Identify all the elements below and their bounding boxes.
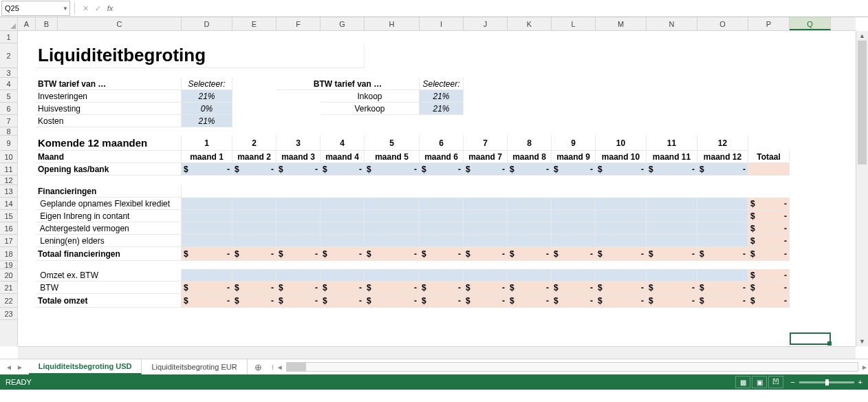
sheet-tab-eur[interactable]: Liquiditeitsbegroting EUR [142,359,247,374]
month-num-0[interactable]: 1 [182,136,232,151]
tab-navigation[interactable]: ◄ ► [0,359,29,374]
row-header-7[interactable]: 7 [0,115,17,127]
omzet-H[interactable] [365,269,420,282]
row-header-10[interactable]: 10 [0,151,17,163]
fin-0-G[interactable] [321,198,365,210]
omzet-D[interactable] [182,269,232,282]
col-header-N[interactable]: N [647,17,697,30]
row-header-3[interactable]: 3 [0,68,17,78]
totfin-F[interactable]: $- [276,247,321,261]
cells-area[interactable]: LiquiditeitbegrotingBTW tarief van …Sele… [18,31,856,346]
fin-3-D[interactable] [182,235,232,247]
month-num-10[interactable]: 11 [647,136,697,151]
view-page-break-icon[interactable]: 凹 [768,376,783,388]
fin-2-L[interactable] [552,222,596,235]
totfin-N[interactable]: $- [647,247,697,261]
fin-2-O[interactable] [697,222,748,235]
fin-3-O[interactable] [697,235,748,247]
totomzet-total[interactable]: $- [748,294,790,308]
totomzet-D[interactable]: $- [182,294,232,308]
fin-row-1[interactable]: Eigen Inbreng in contant [36,210,182,222]
btw-N[interactable]: $- [647,282,697,294]
selecteer-left[interactable]: Selecteer: [182,78,232,90]
omzet-total[interactable]: $- [748,269,790,282]
fin-row-2[interactable]: Achtergesteld vermogen [36,222,182,235]
totomzet-I[interactable]: $- [420,294,464,308]
vertical-scrollbar[interactable]: ▲ ▼ [856,31,868,346]
col-header-E[interactable]: E [232,17,276,30]
opening-7[interactable]: $- [508,163,552,176]
totfin-total[interactable]: $- [748,247,790,261]
row-header-12[interactable]: 12 [0,176,17,185]
fin-1-E[interactable] [232,210,276,222]
row-header-5[interactable]: 5 [0,90,17,103]
maand-col-10[interactable]: maand 11 [647,151,697,163]
maand-col-1[interactable]: maand 2 [232,151,276,163]
fin-1-I[interactable] [420,210,464,222]
zoom-out-icon[interactable]: − [790,378,794,386]
omzet-J[interactable] [464,269,508,282]
col-header-P[interactable]: P [748,17,790,30]
col-header-O[interactable]: O [697,17,748,30]
btw-right-label-1[interactable]: Verkoop [321,103,420,115]
zoom-control[interactable]: − + [790,378,862,386]
select-all-corner[interactable] [0,17,18,31]
opening-label[interactable]: Opening kas/bank [36,163,182,176]
fin-3-F[interactable] [276,235,321,247]
row-header-2[interactable]: 2 [0,43,17,68]
omzet-G[interactable] [321,269,365,282]
fx-icon[interactable]: fx [104,4,116,12]
btw-D[interactable]: $- [182,282,232,294]
month-num-7[interactable]: 8 [508,136,552,151]
row-header-9[interactable]: 9 [0,136,17,151]
totfin-H[interactable]: $- [365,247,420,261]
opening-6[interactable]: $- [464,163,508,176]
vscroll-thumb[interactable] [858,41,867,165]
fin-3-I[interactable] [420,235,464,247]
omzet-L[interactable] [552,269,596,282]
totaal-fin-label[interactable]: Totaal financieringen [36,247,182,261]
btw-right-val-1[interactable]: 21% [420,103,464,115]
omzet-M[interactable] [596,269,647,282]
fin-2-D[interactable] [182,222,232,235]
fin-0-H[interactable] [365,198,420,210]
fin-1-K[interactable] [508,210,552,222]
maand-label[interactable]: Maand [36,151,182,163]
fin-1-J[interactable] [464,210,508,222]
fin-0-J[interactable] [464,198,508,210]
btw-O[interactable]: $- [697,282,748,294]
btw-J[interactable]: $- [464,282,508,294]
opening-1[interactable]: $- [232,163,276,176]
name-box[interactable]: Q25 ▼ [1,1,70,16]
fin-0-K[interactable] [508,198,552,210]
btw-left-label-0[interactable]: Investeringen [36,90,182,103]
fin-2-J[interactable] [464,222,508,235]
row-header-11[interactable]: 11 [0,163,17,176]
add-sheet-button[interactable]: ⊕ [248,359,269,374]
totomzet-K[interactable]: $- [508,294,552,308]
scroll-down-icon[interactable]: ▼ [856,337,868,346]
totomzet-L[interactable]: $- [552,294,596,308]
cancel-icon[interactable]: ✕ [79,4,91,13]
fin-total-0[interactable]: $- [748,198,790,210]
omzet-F[interactable] [276,269,321,282]
fin-2-E[interactable] [232,222,276,235]
totomzet-G[interactable]: $- [321,294,365,308]
fin-1-D[interactable] [182,210,232,222]
btw-H[interactable]: $- [365,282,420,294]
sheet-tab-usd[interactable]: Liquiditeitsbegroting USD [29,359,142,374]
row-header-23[interactable]: 23 [0,308,17,320]
row-header-14[interactable]: 14 [0,198,17,210]
maand-col-0[interactable]: maand 1 [182,151,232,163]
btw-right-header[interactable]: BTW tarief van … [276,78,420,90]
row-header-20[interactable]: 20 [0,269,17,282]
fin-2-N[interactable] [647,222,697,235]
fin-2-F[interactable] [276,222,321,235]
btw-left-val-1[interactable]: 0% [182,103,232,115]
formula-input[interactable] [116,1,868,16]
row-header-15[interactable]: 15 [0,210,17,222]
view-page-layout-icon[interactable]: ▣ [752,376,767,388]
col-header-M[interactable]: M [596,17,647,30]
zoom-slider[interactable] [799,381,854,383]
btw-M[interactable]: $- [596,282,647,294]
